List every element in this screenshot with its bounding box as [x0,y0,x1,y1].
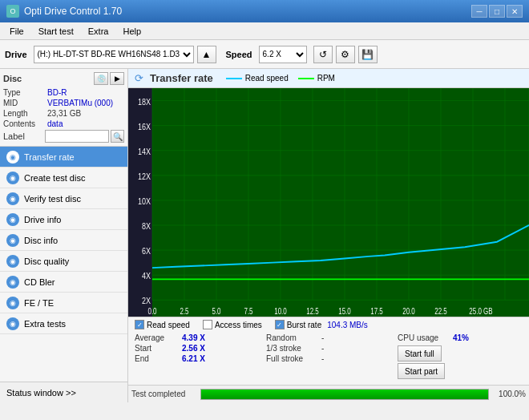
legend-rpm-color [298,78,314,79]
average-value: 4.39 X [182,333,210,342]
svg-text:18X: 18X [138,97,151,107]
cb-burst-rate-label: Burst rate [287,321,321,329]
progress-bar-container: Test completed 100.0% [128,385,529,402]
nav-icon-drive: ◉ [6,213,19,226]
left-panel: Disc 💿 ▶ Type BD-R MID VERBATIMu (000) L… [0,69,128,402]
checkbox-read-speed[interactable]: ✓ Read speed [135,320,190,329]
speed-select[interactable]: 6.2 X [259,46,307,63]
start-full-button[interactable]: Start full [398,345,442,361]
progress-bar-inner [201,390,488,399]
legend-read-label: Read speed [245,74,289,83]
random-label: Random [266,333,318,342]
stats-area: Average 4.39 X Start 2.56 X End 6.21 X [135,332,523,382]
nav-cd-bler[interactable]: ◉ CD Bler [0,272,127,293]
drive-label: Drive [5,50,27,59]
stroke-value: - [321,344,337,353]
cpu-value: 41% [453,333,481,342]
title-bar: O Opti Drive Control 1.70 ─ □ ✕ [0,0,529,22]
nav-drive-info[interactable]: ◉ Drive info [0,209,127,230]
nav-disc-quality[interactable]: ◉ Disc quality [0,251,127,272]
nav-extra-tests[interactable]: ◉ Extra tests [0,313,127,334]
chart-title: Transfer rate [150,72,213,84]
contents-label: Contents [3,119,47,128]
disc-icon-btn1[interactable]: 💿 [94,72,108,85]
menu-file[interactable]: File [3,25,30,38]
type-value: BD-R [47,88,67,97]
maximize-button[interactable]: □ [489,5,505,18]
svg-text:8X: 8X [142,221,151,231]
cb-read-speed-box[interactable]: ✓ [135,320,144,329]
eject-button[interactable]: ▲ [197,46,216,63]
svg-text:10X: 10X [138,196,151,206]
nav-label-bler: CD Bler [24,277,55,287]
nav-icon-fete: ◉ [6,297,19,309]
checkboxes-row: ✓ Read speed Access times ✓ Burst rate 1… [135,320,523,329]
svg-text:12.5: 12.5 [306,307,319,316]
nav-disc-info[interactable]: ◉ Disc info [0,230,127,251]
nav-label-verify: Verify test disc [24,194,81,204]
svg-text:22.5: 22.5 [434,307,447,316]
status-window-label: Status window >> [6,388,76,398]
nav-label-create: Create test disc [24,173,85,183]
svg-text:25.0 GB: 25.0 GB [469,307,492,316]
label-input[interactable] [45,130,109,143]
menu-help[interactable]: Help [116,25,147,38]
svg-text:2X: 2X [142,296,151,305]
config-button[interactable]: ⚙ [336,46,355,63]
toolbar: Drive (H:) HL-DT-ST BD-RE WH16NS48 1.D3 … [0,40,529,69]
svg-text:2.5: 2.5 [180,307,188,316]
status-text: Test completed [131,390,196,398]
status-window-button[interactable]: Status window >> [0,382,127,402]
disc-icon-btn2[interactable]: ▶ [110,72,124,85]
label-label: Label [3,131,43,141]
svg-text:10.0: 10.0 [274,307,287,316]
close-button[interactable]: ✕ [507,5,523,18]
full-stroke-value: - [321,354,337,363]
minimize-button[interactable]: ─ [471,5,487,18]
checkbox-burst-rate[interactable]: ✓ Burst rate 104.3 MB/s [275,320,368,329]
menu-extra[interactable]: Extra [82,25,115,38]
drive-select[interactable]: (H:) HL-DT-ST BD-RE WH16NS48 1.D3 [34,46,194,63]
cb-access-times-box[interactable] [203,320,212,329]
length-label: Length [3,109,47,118]
nav-icon-verify: ◉ [6,192,19,205]
nav-label-fete: FE / TE [24,298,54,308]
checkbox-access-times[interactable]: Access times [203,320,262,329]
svg-text:0.0: 0.0 [147,307,156,316]
mid-label: MID [3,99,47,107]
app-icon: O [6,5,19,18]
cb-access-times-label: Access times [215,321,262,329]
chart-area: 18X 16X 14X 12X 10X 8X 6X 4X 2X 0.0 2.5 … [128,88,529,317]
svg-text:5.0: 5.0 [212,307,220,316]
nav-icon-transfer: ◉ [6,151,19,164]
nav-icon-disc: ◉ [6,234,19,247]
chart-svg: 18X 16X 14X 12X 10X 8X 6X 4X 2X 0.0 2.5 … [128,88,529,317]
svg-text:15.0: 15.0 [338,307,351,316]
save-button[interactable]: 💾 [358,46,378,63]
legend-rpm-label: RPM [317,74,335,83]
nav-label-quality: Disc quality [24,256,69,266]
chart-legend: Read speed RPM [226,74,335,83]
svg-text:17.5: 17.5 [370,307,383,316]
random-value: - [321,333,337,342]
contents-value: data [47,119,63,128]
svg-text:6X: 6X [142,246,151,256]
menu-start-test[interactable]: Start test [32,25,80,38]
start-part-button[interactable]: Start part [398,363,445,379]
nav-icon-extra: ◉ [6,317,19,330]
label-button[interactable]: 🔍 [111,130,124,143]
burst-rate-value: 104.3 MB/s [327,321,368,329]
nav-transfer-rate[interactable]: ◉ Transfer rate [0,147,127,168]
nav-verify-test-disc[interactable]: ◉ Verify test disc [0,188,127,209]
nav-create-test-disc[interactable]: ◉ Create test disc [0,168,127,188]
chart-icon: ⟳ [135,72,143,84]
refresh-button[interactable]: ↺ [313,46,333,63]
disc-title: Disc [3,74,22,83]
nav-label-transfer: Transfer rate [24,152,75,162]
nav-label-drive: Drive info [24,215,61,224]
progress-text: 100.0% [494,390,526,398]
speed-label: Speed [226,50,252,59]
cb-burst-rate-box[interactable]: ✓ [275,320,285,329]
cpu-label: CPU usage [398,333,450,342]
nav-fe-te[interactable]: ◉ FE / TE [0,293,127,313]
